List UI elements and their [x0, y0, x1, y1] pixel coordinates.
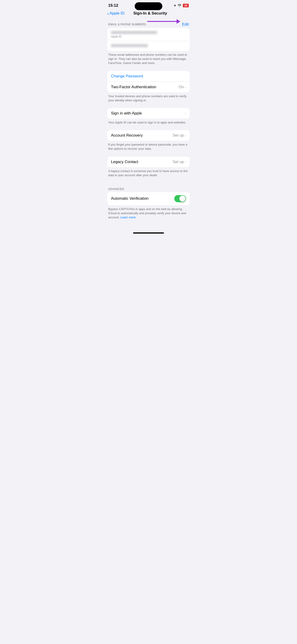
automatic-verification-toggle[interactable]: [174, 195, 186, 202]
sign-in-with-apple-chevron: ›: [185, 111, 186, 116]
change-password-label: Change Password: [111, 74, 143, 78]
back-chevron-icon: ‹: [107, 11, 109, 16]
email-section-label: EMAIL & PHONE NUMBERS: [108, 23, 146, 26]
two-factor-row[interactable]: Two-Factor Authentication On ›: [107, 82, 190, 92]
advanced-card: Automatic Verification: [107, 192, 190, 205]
nav-bar: ‹ Apple ID Sign-In & Security: [104, 10, 194, 18]
legacy-contact-footer: A legacy contact is someone you trust to…: [107, 167, 190, 177]
email-phone-section: EMAIL & PHONE NUMBERS Edit Apple ID Thes…: [107, 22, 190, 66]
two-factor-footer: Your trusted devices and phone numbers a…: [107, 92, 190, 102]
account-recovery-chevron-icon: ›: [185, 133, 186, 138]
two-factor-chevron-icon: ›: [185, 85, 186, 89]
account-recovery-card: Account Recovery Set up ›: [107, 130, 190, 141]
sign-in-chevron-icon: ›: [185, 111, 186, 116]
wifi-icon: [178, 4, 182, 7]
legacy-contact-value: Set up ›: [173, 160, 186, 164]
toggle-knob: [179, 196, 186, 202]
email-section-header: EMAIL & PHONE NUMBERS Edit: [107, 22, 190, 28]
account-recovery-row[interactable]: Account Recovery Set up ›: [107, 130, 190, 141]
apple-id-email-row: Apple ID: [107, 28, 190, 41]
automatic-verification-label: Automatic Verification: [111, 196, 148, 201]
advanced-section-header: ADVANCED: [107, 188, 190, 192]
status-time: 15:12: [108, 3, 118, 8]
apple-id-label: Apple ID: [111, 35, 186, 38]
email-section-footer: These email addresses and phone numbers …: [107, 51, 190, 66]
advanced-section: ADVANCED Automatic Verification Bypass C…: [107, 188, 190, 220]
two-factor-value: On ›: [179, 85, 186, 89]
account-recovery-value: Set up ›: [173, 133, 186, 138]
legacy-contact-label: Legacy Contact: [111, 160, 138, 164]
account-recovery-label: Account Recovery: [111, 133, 143, 138]
advanced-footer: Bypass CAPTCHAs in apps and on the web b…: [107, 205, 190, 220]
battery-icon: 20: [183, 4, 189, 7]
account-recovery-section: Account Recovery Set up › If you forget …: [107, 130, 190, 151]
phone-number-row: [107, 41, 190, 51]
apple-id-email-blurred: [111, 31, 157, 34]
airplane-icon: ✈: [174, 4, 176, 7]
automatic-verification-row: Automatic Verification: [107, 192, 190, 205]
sign-in-with-apple-row[interactable]: Sign in with Apple ›: [107, 108, 190, 118]
sign-in-with-apple-footer: Your Apple ID can be used to sign in to …: [107, 118, 190, 124]
legacy-contact-card: Legacy Contact Set up ›: [107, 156, 190, 167]
account-recovery-footer: If you forget your password or device pa…: [107, 141, 190, 151]
password-section: Change Password Two-Factor Authenticatio…: [107, 71, 190, 102]
legacy-contact-section: Legacy Contact Set up › A legacy contact…: [107, 156, 190, 177]
page-title: Sign-In & Security: [111, 11, 190, 16]
status-bar: 15:12 ✈ 20: [104, 0, 194, 10]
change-password-row[interactable]: Change Password: [107, 71, 190, 82]
home-indicator: [133, 232, 164, 234]
sign-in-with-apple-card: Sign in with Apple ›: [107, 108, 190, 118]
learn-more-link[interactable]: Learn more: [120, 216, 136, 219]
legacy-contact-row[interactable]: Legacy Contact Set up ›: [107, 156, 190, 167]
dynamic-island: [135, 2, 162, 10]
email-phone-card: Apple ID: [107, 28, 190, 51]
two-factor-label: Two-Factor Authentication: [111, 85, 156, 89]
sign-in-with-apple-section: Sign in with Apple › Your Apple ID can b…: [107, 108, 190, 124]
edit-button[interactable]: Edit: [182, 22, 189, 27]
phone-number-blurred: [111, 44, 148, 47]
legacy-contact-chevron-icon: ›: [185, 160, 186, 164]
password-card: Change Password Two-Factor Authenticatio…: [107, 71, 190, 92]
sign-in-with-apple-label: Sign in with Apple: [111, 111, 142, 116]
status-right-icons: ✈ 20: [174, 4, 189, 7]
